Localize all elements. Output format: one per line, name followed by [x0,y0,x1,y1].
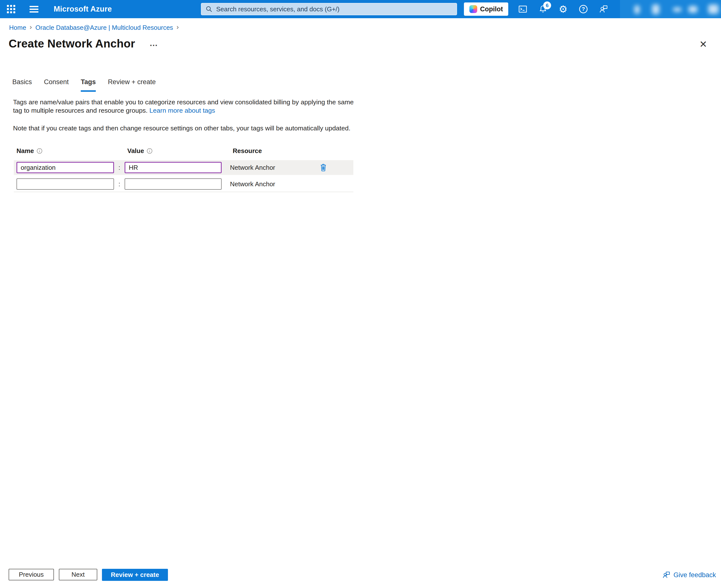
colon-separator: : [114,164,125,171]
value-column-header: Value [127,147,153,155]
breadcrumb-multicloud-link[interactable]: Oracle Database@Azure | Multicloud Resou… [36,24,173,31]
redacted-account-area [620,0,721,18]
wizard-tabs: Basics Consent Tags Review + create [12,78,156,92]
breadcrumb-separator: › [29,23,32,31]
tag-row-empty: : Network Anchor [14,176,353,192]
breadcrumb: Home › Oracle Database@Azure | Multiclou… [9,24,179,31]
name-header-label: Name [17,147,34,155]
tag-name-input[interactable] [17,162,114,173]
name-column-header: Name [17,147,43,155]
close-icon[interactable]: ✕ [699,39,707,50]
give-feedback-link[interactable]: Give feedback [662,571,716,579]
microsoft-azure-brand[interactable]: Microsoft Azure [54,5,112,14]
next-button[interactable]: Next [59,569,97,580]
tag-name-input-empty[interactable] [17,178,114,190]
value-header-label: Value [127,147,144,155]
learn-more-about-tags-link[interactable]: Learn more about tags [149,107,215,114]
notifications-bell-icon[interactable]: 6 [538,4,548,14]
tags-note: Note that if you create tags and then ch… [13,125,382,132]
tags-description: Tags are name/value pairs that enable yo… [13,98,363,114]
settings-gear-icon[interactable]: ⚙ [559,4,568,14]
global-search-box[interactable] [201,3,457,15]
tag-resource-label: Network Anchor [230,180,311,188]
top-navigation-bar: Microsoft Azure Copilot 6 [0,0,721,18]
tab-review-create[interactable]: Review + create [108,78,156,92]
copilot-button[interactable]: Copilot [464,2,508,16]
tag-value-input[interactable] [125,162,222,173]
value-info-icon[interactable] [146,148,153,154]
resource-column-header: Resource [233,147,262,155]
portal-menu-hamburger-icon[interactable] [29,4,38,14]
feedback-icon[interactable] [599,4,608,14]
title-more-menu-icon[interactable]: … [149,38,158,48]
tab-tags[interactable]: Tags [81,78,96,92]
previous-button[interactable]: Previous [8,569,54,580]
copilot-label: Copilot [480,5,503,13]
azure-portal-page: Microsoft Azure Copilot 6 [0,0,721,588]
search-input[interactable] [216,5,453,13]
cloud-shell-icon[interactable] [518,4,527,14]
give-feedback-label: Give feedback [674,571,716,579]
notification-count-badge: 6 [543,1,551,9]
app-launcher-waffle-icon[interactable] [7,5,15,13]
topbar-icon-cluster: 6 ⚙ ? [518,0,608,18]
name-info-icon[interactable] [37,148,43,154]
give-feedback-icon [662,571,670,579]
page-title: Create Network Anchor [8,37,135,50]
copilot-icon [469,5,477,13]
breadcrumb-separator: › [177,23,179,31]
resource-header-label: Resource [233,147,262,155]
tag-row-filled: : Network Anchor [14,160,353,175]
review-create-button[interactable]: Review + create [102,569,168,581]
tag-resource-label: Network Anchor [230,164,311,171]
tab-consent[interactable]: Consent [44,78,69,92]
colon-separator: : [114,180,125,188]
breadcrumb-home-link[interactable]: Home [9,24,26,31]
tab-basics[interactable]: Basics [12,78,32,92]
search-icon [205,5,213,13]
tag-value-input-empty[interactable] [125,178,222,190]
delete-tag-icon[interactable] [320,164,327,171]
help-icon[interactable]: ? [579,4,588,14]
